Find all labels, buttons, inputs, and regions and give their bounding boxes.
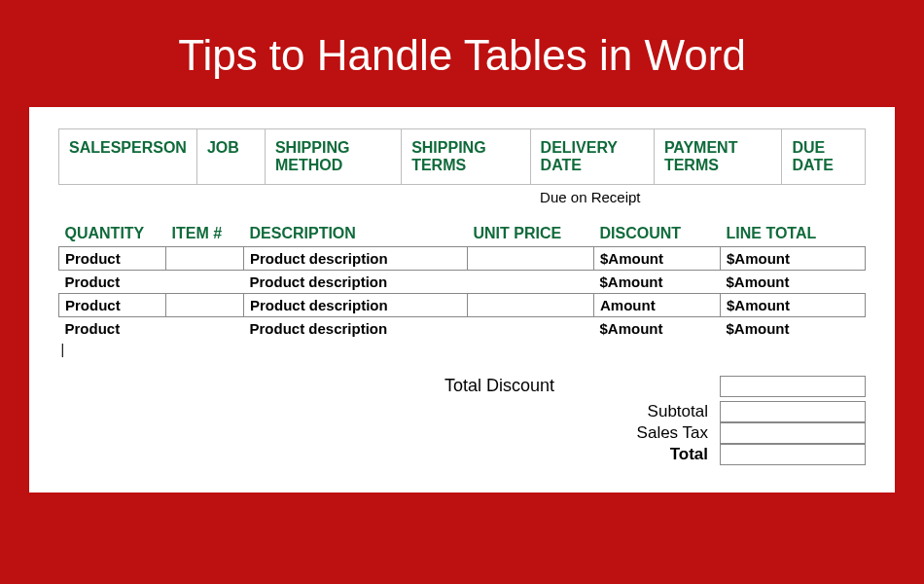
salestax-row: Sales Tax xyxy=(545,422,866,444)
cell-desc: Product description xyxy=(244,294,468,317)
cell-item xyxy=(166,317,244,341)
cell-discount: Amount xyxy=(594,294,721,317)
items-table: QUANTITY ITEM # DESCRIPTION UNIT PRICE D… xyxy=(58,221,866,358)
cell-item xyxy=(166,271,244,294)
totals-area: Total Discount Subtotal Sales Tax Total xyxy=(58,376,866,465)
cell-desc: Product description xyxy=(244,271,468,294)
document-card: SALESPERSON JOB SHIPPING METHOD SHIPPING… xyxy=(29,107,895,493)
table-row: Product Product description $Amount $Amo… xyxy=(59,271,866,294)
salestax-label: Sales Tax xyxy=(545,422,716,444)
page-title: Tips to Handle Tables in Word xyxy=(0,0,924,97)
cell-total: $Amount xyxy=(721,317,866,341)
col-discount: DISCOUNT xyxy=(594,221,721,247)
cell-desc: Product description xyxy=(244,317,468,341)
total-discount-box xyxy=(720,376,866,397)
cell-unit xyxy=(468,247,594,271)
total-discount-label: Total Discount xyxy=(444,376,720,397)
total-label: Total xyxy=(545,444,716,465)
delivery-date-value: Due on Receipt xyxy=(530,185,654,216)
col-description: DESCRIPTION xyxy=(244,221,468,247)
hdr-payment-terms: PAYMENT TERMS xyxy=(654,129,782,185)
cell-item xyxy=(166,294,244,317)
total-box xyxy=(720,444,866,465)
subtotal-box xyxy=(720,401,866,422)
table-row: Product Product description $Amount $Amo… xyxy=(59,317,866,341)
hdr-shipping-method: SHIPPING METHOD xyxy=(265,129,401,185)
hdr-delivery-date: DELIVERY DATE xyxy=(530,129,654,185)
total-row: Total xyxy=(545,444,866,465)
cell-total: $Amount xyxy=(721,294,866,317)
col-item: ITEM # xyxy=(166,221,244,247)
cell-unit xyxy=(468,294,594,317)
table-row: Product Product description $Amount $Amo… xyxy=(59,247,866,271)
cell-qty: Product xyxy=(59,247,166,271)
col-quantity: QUANTITY xyxy=(59,221,166,247)
cell-discount: $Amount xyxy=(594,247,721,271)
cell-discount: $Amount xyxy=(594,271,721,294)
cell-total: $Amount xyxy=(721,271,866,294)
cell-qty: Product xyxy=(59,271,166,294)
header-table: SALESPERSON JOB SHIPPING METHOD SHIPPING… xyxy=(58,128,866,215)
cell-unit xyxy=(468,271,594,294)
cell-qty: Product xyxy=(59,294,166,317)
cell-qty: Product xyxy=(59,317,166,341)
hdr-job: JOB xyxy=(196,129,265,185)
hdr-due-date: DUE DATE xyxy=(782,129,866,185)
header-table-headings: SALESPERSON JOB SHIPPING METHOD SHIPPING… xyxy=(59,129,866,185)
cell-total: $Amount xyxy=(721,247,866,271)
subtotal-row: Subtotal xyxy=(545,401,866,422)
cursor-row: | xyxy=(59,341,866,358)
subtotal-label: Subtotal xyxy=(545,401,716,422)
hdr-shipping-terms: SHIPPING TERMS xyxy=(402,129,530,185)
salestax-box xyxy=(720,422,866,444)
text-cursor: | xyxy=(59,341,866,358)
cell-unit xyxy=(468,317,594,341)
hdr-salesperson: SALESPERSON xyxy=(59,129,197,185)
col-unit-price: UNIT PRICE xyxy=(468,221,594,247)
items-table-headings: QUANTITY ITEM # DESCRIPTION UNIT PRICE D… xyxy=(59,221,866,247)
total-discount-row: Total Discount xyxy=(58,376,866,397)
col-line-total: LINE TOTAL xyxy=(721,221,866,247)
totals-stack: Subtotal Sales Tax Total xyxy=(58,401,866,465)
header-table-values: Due on Receipt xyxy=(59,185,866,216)
cell-desc: Product description xyxy=(244,247,468,271)
cell-discount: $Amount xyxy=(594,317,721,341)
table-row: Product Product description Amount $Amou… xyxy=(59,294,866,317)
cell-item xyxy=(166,247,244,271)
